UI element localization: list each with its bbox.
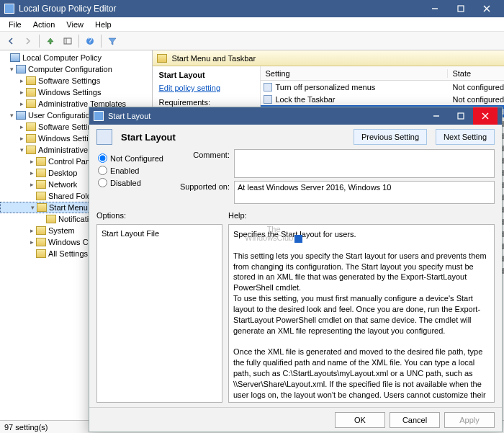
dialog-icon (94, 111, 104, 121)
right-header: Start Menu and Taskbar (153, 50, 504, 66)
setting-icon (264, 95, 272, 104)
tree-label: Windows Settings (38, 88, 101, 97)
menu-view[interactable]: View (62, 19, 88, 30)
comment-label: Comment: (172, 149, 230, 159)
menu-action[interactable]: Action (29, 19, 60, 30)
tree-cc-software[interactable]: ▸Software Settings (0, 75, 152, 86)
back-button[interactable] (3, 33, 19, 49)
previous-setting-button[interactable]: Previous Setting (354, 129, 427, 145)
radio-label: Not Configured (110, 154, 163, 163)
svg-rect-4 (64, 38, 71, 44)
help-label: Help: (228, 211, 495, 220)
tree-label: Desktop (48, 169, 77, 177)
folder-icon (157, 54, 167, 63)
row-state: Not configured (448, 83, 504, 91)
tree-label: Local Computer Policy (22, 53, 102, 62)
filter-button[interactable] (104, 33, 120, 49)
window-title: Local Group Policy Editor (19, 4, 422, 14)
options-panel: Start Layout File (96, 224, 222, 403)
comment-input[interactable] (234, 149, 495, 178)
menu-help[interactable]: Help (91, 19, 116, 30)
row-name: Turn off personalized menus (275, 83, 375, 91)
help-panel[interactable]: Specifies the Start layout for users.Thi… (228, 224, 495, 403)
tree-label: All Settings (48, 249, 88, 258)
requirements-label: Requirements: (158, 98, 254, 107)
list-row[interactable]: Turn off personalized menusNot configure… (261, 81, 504, 93)
dialog-minimize-button[interactable] (424, 107, 449, 125)
cancel-button[interactable]: Cancel (390, 412, 440, 428)
dialog-titlebar[interactable]: Start Layout (89, 107, 502, 125)
radio-enabled[interactable]: Enabled (98, 166, 163, 175)
state-radio-group: Not Configured Enabled Disabled (96, 149, 165, 207)
policy-heading: Start Layout (121, 132, 345, 143)
right-heading: Start Menu and Taskbar (171, 54, 256, 63)
ok-button[interactable]: OK (335, 412, 385, 428)
supported-label: Supported on: (172, 181, 230, 191)
dialog-maximize-button[interactable] (449, 107, 473, 125)
tree-label: User Configuration (28, 111, 94, 120)
tree-root[interactable]: Local Computer Policy (0, 52, 152, 63)
dialog-close-button[interactable] (473, 107, 498, 125)
up-button[interactable] (42, 33, 58, 49)
detail-title: Start Layout (158, 71, 254, 79)
list-header[interactable]: Setting State (261, 66, 504, 81)
options-label: Options: (96, 211, 222, 220)
supported-text: At least Windows Server 2016, Windows 10 (234, 181, 495, 204)
maximize-button[interactable] (448, 0, 474, 17)
radio-label: Enabled (110, 166, 139, 175)
status-count: 97 setting(s) (4, 423, 48, 432)
tree-label: Network (48, 180, 77, 189)
toolbar-separator (101, 35, 102, 48)
help-button[interactable]: ? (82, 33, 98, 49)
close-button[interactable] (474, 0, 500, 17)
main-titlebar: Local Group Policy Editor (0, 0, 504, 17)
tree-computer-config[interactable]: ▾Computer Configuration (0, 63, 152, 75)
apply-button[interactable]: Apply (444, 412, 495, 428)
menu-file[interactable]: File (4, 19, 26, 30)
svg-rect-1 (458, 6, 464, 12)
toolbar-separator (78, 35, 79, 48)
radio-disabled[interactable]: Disabled (98, 178, 163, 187)
app-icon (4, 4, 14, 14)
radio-not-configured[interactable]: Not Configured (98, 153, 163, 163)
setting-icon (264, 83, 272, 91)
tree-label: Software Settings (38, 76, 100, 85)
dialog-title: Start Layout (108, 112, 424, 120)
policy-icon (96, 129, 112, 145)
tree-label: System (48, 226, 75, 235)
tree-label: Computer Configuration (28, 65, 112, 73)
dialog-button-row: OK Cancel Apply (89, 407, 502, 432)
col-state[interactable]: State (448, 69, 504, 78)
radio-label: Disabled (110, 179, 141, 187)
policy-dialog: Start Layout Start Layout Previous Setti… (89, 107, 503, 432)
edit-policy-link[interactable]: Edit policy setting (158, 84, 220, 92)
col-setting[interactable]: Setting (261, 69, 448, 78)
svg-rect-9 (458, 113, 464, 119)
next-setting-button[interactable]: Next Setting (436, 129, 495, 145)
menubar: File Action View Help (0, 17, 504, 32)
toolbar: ? (0, 32, 504, 50)
show-hide-button[interactable] (60, 33, 76, 49)
row-name: Lock the Taskbar (275, 95, 335, 104)
tree-cc-windows[interactable]: ▸Windows Settings (0, 86, 152, 98)
option-field-label: Start Layout File (102, 229, 159, 238)
list-row[interactable]: Lock the TaskbarNot configured (261, 93, 504, 105)
svg-text:?: ? (88, 37, 92, 45)
forward-button[interactable] (20, 33, 36, 49)
toolbar-separator (39, 35, 40, 48)
row-state: Not configured (448, 95, 504, 104)
minimize-button[interactable] (422, 0, 448, 17)
